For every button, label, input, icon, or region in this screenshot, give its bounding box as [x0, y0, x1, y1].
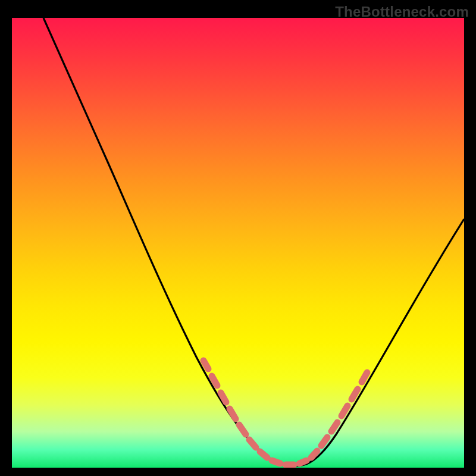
svg-line-15 — [362, 372, 367, 382]
svg-line-7 — [272, 461, 280, 464]
highlight-left-group — [203, 361, 306, 465]
svg-line-12 — [331, 422, 337, 431]
svg-line-13 — [342, 406, 347, 416]
main-curve — [43, 18, 464, 466]
svg-line-1 — [212, 376, 217, 386]
svg-line-9 — [299, 461, 306, 464]
svg-line-3 — [230, 409, 236, 419]
svg-line-6 — [260, 452, 267, 458]
svg-line-14 — [352, 389, 358, 399]
watermark-text: TheBottleneck.com — [335, 4, 469, 20]
plot-frame — [12, 18, 464, 468]
svg-line-2 — [221, 393, 226, 402]
highlight-right-group — [311, 372, 367, 458]
svg-line-11 — [321, 437, 327, 446]
plot-area — [12, 18, 464, 468]
chart-container: TheBottleneck.com — [0, 0, 476, 476]
svg-line-0 — [203, 361, 208, 369]
svg-line-10 — [311, 451, 317, 458]
chart-svg — [12, 18, 464, 468]
svg-line-5 — [249, 440, 256, 447]
svg-line-4 — [239, 425, 246, 434]
